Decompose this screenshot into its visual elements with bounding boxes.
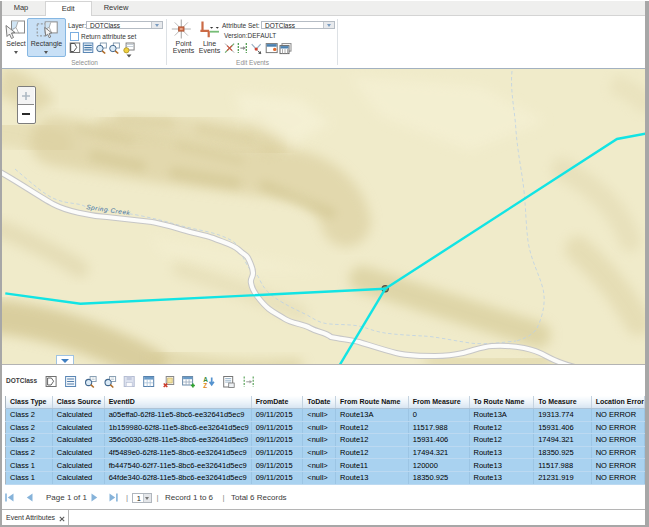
svg-text:Z: Z	[203, 382, 207, 389]
